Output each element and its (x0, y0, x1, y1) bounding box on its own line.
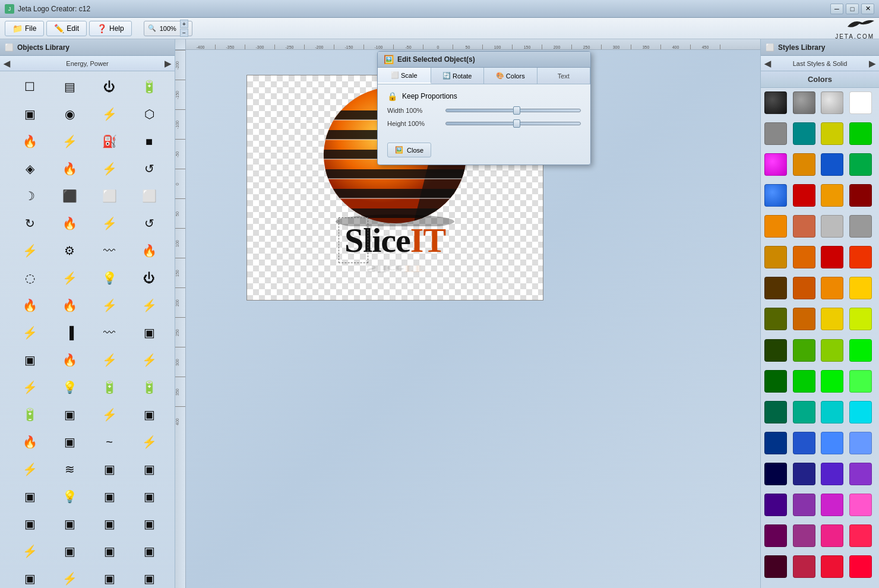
icon-cell[interactable]: ⬜ (94, 183, 125, 209)
color-swatch[interactable] (764, 91, 787, 114)
color-swatch[interactable] (821, 184, 843, 207)
tab-text[interactable]: Text (537, 68, 591, 84)
color-swatch[interactable] (793, 215, 815, 238)
color-swatch[interactable] (764, 215, 787, 238)
icon-cell[interactable]: ⚡ (14, 538, 45, 564)
icon-cell[interactable]: ▣ (134, 483, 165, 510)
icon-cell[interactable]: ⚡ (134, 429, 165, 455)
icon-cell[interactable]: ☽ (14, 183, 45, 209)
tab-colors[interactable]: 🎨 Colors (484, 68, 537, 84)
color-swatch[interactable] (821, 432, 843, 454)
color-swatch[interactable] (793, 246, 815, 268)
edit-menu[interactable]: ✏️ Edit (46, 21, 87, 36)
styles-next-button[interactable]: ▶ (869, 59, 875, 68)
maximize-button[interactable]: □ (846, 4, 859, 14)
color-swatch[interactable] (764, 339, 787, 362)
color-swatch[interactable] (793, 339, 815, 362)
color-swatch[interactable] (821, 215, 843, 238)
color-swatch[interactable] (849, 246, 872, 268)
color-swatch[interactable] (849, 401, 872, 423)
icon-cell[interactable]: ▣ (134, 565, 165, 588)
color-swatch[interactable] (849, 339, 872, 362)
icon-cell[interactable]: 🔋 (94, 374, 125, 400)
color-swatch[interactable] (793, 494, 815, 516)
icon-cell[interactable]: ⬡ (134, 101, 165, 127)
tab-scale[interactable]: ⬜ Scale (378, 68, 431, 84)
width-slider[interactable] (445, 109, 581, 112)
color-swatch[interactable] (849, 122, 872, 145)
tab-rotate[interactable]: 🔄 Rotate (431, 68, 485, 84)
icon-cell[interactable]: 💡 (94, 265, 125, 291)
icon-cell[interactable]: ▣ (134, 320, 165, 346)
icon-cell[interactable]: ▣ (14, 565, 45, 588)
color-swatch[interactable] (793, 555, 815, 578)
file-menu[interactable]: 📁 File (5, 21, 44, 36)
color-swatch[interactable] (764, 246, 787, 268)
icon-cell[interactable]: ⚡ (134, 347, 165, 373)
icon-cell[interactable]: ⚡ (94, 347, 125, 373)
color-swatch[interactable] (821, 277, 843, 299)
color-swatch[interactable] (849, 153, 872, 176)
icon-cell[interactable]: 🔋 (134, 74, 165, 100)
icon-cell[interactable]: ▣ (134, 402, 165, 428)
icon-cell[interactable]: ▣ (54, 538, 85, 564)
color-swatch[interactable] (849, 494, 872, 516)
icon-cell[interactable]: ⚡ (134, 292, 165, 318)
icon-cell[interactable]: ≋ (54, 456, 85, 482)
icon-cell[interactable]: ⚡ (94, 402, 125, 428)
icon-cell[interactable]: 🔥 (54, 347, 85, 373)
icon-cell[interactable]: ▣ (94, 511, 125, 537)
icon-cell[interactable]: ⬛ (54, 183, 85, 209)
icon-cell[interactable]: ▣ (14, 511, 45, 537)
icon-cell[interactable]: 〰 (94, 238, 125, 264)
icon-cell[interactable]: ▣ (94, 565, 125, 588)
icon-cell[interactable]: ⚡ (94, 101, 125, 127)
icon-cell[interactable]: ◈ (14, 156, 45, 182)
icon-cell[interactable]: ☐ (14, 74, 45, 100)
color-swatch[interactable] (793, 524, 815, 547)
color-swatch[interactable] (764, 463, 787, 485)
color-swatch[interactable] (764, 401, 787, 423)
icon-cell[interactable]: ▣ (54, 429, 85, 455)
icon-cell[interactable]: ▣ (54, 402, 85, 428)
icon-cell[interactable]: 🔋 (134, 374, 165, 400)
color-swatch[interactable] (764, 432, 787, 454)
icon-cell[interactable]: ~ (94, 429, 125, 455)
icon-cell[interactable]: ⏻ (94, 74, 125, 100)
color-swatch[interactable] (793, 432, 815, 454)
color-swatch[interactable] (821, 494, 843, 516)
icon-cell[interactable]: ⚡ (94, 156, 125, 182)
icon-cell[interactable]: ↻ (14, 210, 45, 236)
icon-cell[interactable]: ▤ (54, 74, 85, 100)
icon-cell[interactable]: ⚡ (54, 128, 85, 154)
color-swatch[interactable] (849, 463, 872, 485)
color-swatch[interactable] (793, 153, 815, 176)
icon-cell[interactable]: 🔥 (14, 128, 45, 154)
color-swatch[interactable] (793, 91, 815, 114)
color-swatch[interactable] (849, 91, 872, 114)
color-swatch[interactable] (849, 308, 872, 330)
icon-cell[interactable]: 🔥 (14, 429, 45, 455)
color-swatch[interactable] (821, 246, 843, 268)
color-swatch[interactable] (793, 463, 815, 485)
icon-cell[interactable]: 🔥 (14, 292, 45, 318)
color-swatch[interactable] (764, 524, 787, 547)
canvas-area[interactable]: -400 -350 -300 -250 -200 -150 -100 -50 0… (175, 39, 760, 588)
icon-cell[interactable]: ▣ (94, 456, 125, 482)
icon-cell[interactable]: ▣ (134, 456, 165, 482)
color-swatch[interactable] (793, 277, 815, 299)
icon-cell[interactable]: ⬜ (134, 183, 165, 209)
color-swatch[interactable] (821, 339, 843, 362)
icon-cell[interactable]: ▐ (54, 320, 85, 346)
color-swatch[interactable] (849, 370, 872, 393)
icon-cell[interactable]: ⚡ (54, 265, 85, 291)
color-swatch[interactable] (764, 370, 787, 393)
height-slider[interactable] (445, 122, 581, 125)
icon-cell[interactable]: 💡 (54, 374, 85, 400)
color-swatch[interactable] (764, 277, 787, 299)
icon-cell[interactable]: 🔋 (14, 402, 45, 428)
color-swatch[interactable] (849, 215, 872, 238)
color-swatch[interactable] (764, 494, 787, 516)
color-swatch[interactable] (849, 524, 872, 547)
color-swatch[interactable] (764, 555, 787, 578)
